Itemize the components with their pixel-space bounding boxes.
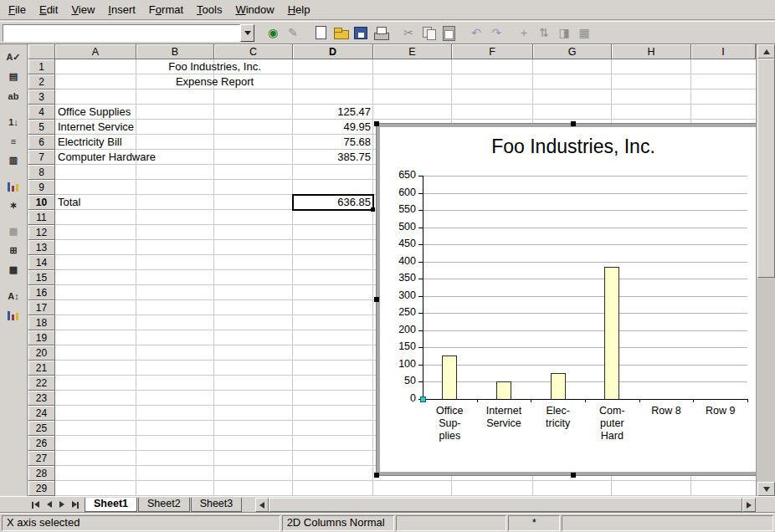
row-header-26[interactable]: 26 [28, 436, 55, 451]
row-header-17[interactable]: 17 [28, 300, 55, 315]
horizontal-scrollbar[interactable] [255, 498, 756, 512]
cell-b2[interactable]: Expense Report [136, 74, 293, 90]
insert-chart-icon[interactable] [3, 177, 23, 195]
row-header-22[interactable]: 22 [28, 376, 55, 391]
row-header-4[interactable]: 4 [28, 105, 55, 120]
scroll-left-button[interactable] [255, 498, 269, 512]
menu-help[interactable]: Help [281, 2, 317, 18]
row-header-6[interactable]: 6 [28, 135, 55, 150]
row-header-20[interactable]: 20 [28, 345, 55, 361]
insert-table-icon[interactable]: ⊞ [3, 242, 23, 259]
borders-icon[interactable]: ▦ [3, 261, 23, 279]
row-header-23[interactable]: 23 [28, 391, 55, 406]
styles-icon[interactable]: ▤ [3, 68, 23, 85]
name-box-dropdown-button[interactable] [240, 24, 254, 42]
scroll-up-button[interactable] [757, 44, 775, 59]
row-header-24[interactable]: 24 [28, 406, 55, 421]
column-header-a[interactable]: A [55, 44, 136, 59]
row-header-1[interactable]: 1 [28, 59, 55, 74]
fill-handle[interactable] [371, 207, 375, 212]
row-header-15[interactable]: 15 [28, 270, 55, 285]
row-header-28[interactable]: 28 [28, 466, 55, 481]
menu-window[interactable]: Window [228, 2, 280, 18]
column-header-e[interactable]: E [373, 44, 452, 59]
bar-1[interactable] [442, 356, 457, 399]
menu-file[interactable]: File [2, 2, 33, 18]
spellcheck-icon[interactable]: A✓ [3, 49, 23, 66]
tab-sheet2[interactable]: Sheet2 [138, 498, 190, 512]
x-axis-selection-handle[interactable] [420, 396, 426, 402]
row-header-2[interactable]: 2 [28, 74, 55, 90]
cell-a6[interactable]: Electricity Bill [55, 135, 136, 150]
horizontal-scroll-thumb[interactable] [269, 498, 742, 512]
column-header-f[interactable]: F [452, 44, 533, 59]
open-icon[interactable] [331, 23, 350, 42]
cell-b1[interactable]: Foo Industries, Inc. [136, 59, 293, 74]
bar-3[interactable] [551, 373, 566, 399]
vertical-scroll-thumb[interactable] [757, 59, 775, 278]
chart-handle[interactable] [374, 297, 379, 302]
menu-edit[interactable]: Edit [33, 2, 64, 18]
row-header-10[interactable]: 10 [28, 195, 55, 210]
cells-viewport[interactable]: Foo Industries, Inc.Expense ReportOffice… [55, 59, 756, 496]
cell-a5[interactable]: Internet Service [55, 120, 136, 135]
menu-tools[interactable]: Tools [190, 2, 228, 18]
row-header-12[interactable]: 12 [28, 225, 55, 240]
hyphenation-icon[interactable]: ab [3, 87, 23, 105]
chart-handle[interactable] [571, 121, 576, 126]
new-document-icon[interactable] [311, 23, 330, 42]
tab-sheet3[interactable]: Sheet3 [191, 498, 243, 512]
align-lines-icon[interactable]: ≡ [3, 132, 23, 150]
tab-sheet1[interactable]: Sheet1 [85, 498, 137, 512]
cell-a10[interactable]: Total [55, 195, 136, 210]
chart-handle[interactable] [571, 473, 576, 478]
y-axis[interactable] [423, 176, 423, 399]
row-header-18[interactable]: 18 [28, 315, 55, 330]
cell-d7[interactable]: 385.75 [293, 150, 373, 165]
chart-handle[interactable] [374, 121, 379, 126]
last-sheet-button[interactable] [68, 499, 80, 511]
row-header-19[interactable]: 19 [28, 330, 55, 345]
column-header-b[interactable]: B [136, 44, 214, 59]
menu-view[interactable]: View [64, 2, 101, 18]
menu-format[interactable]: Format [142, 2, 190, 18]
row-header-8[interactable]: 8 [28, 165, 55, 180]
cell-d4[interactable]: 125.47 [293, 105, 373, 120]
sort-ascending-icon[interactable]: 1↓ [3, 113, 23, 130]
chart-handle[interactable] [374, 473, 379, 478]
column-header-g[interactable]: G [533, 44, 612, 59]
next-sheet-button[interactable] [55, 499, 68, 511]
select-all-corner[interactable] [28, 44, 55, 59]
bar-2[interactable] [496, 381, 511, 399]
cell-d5[interactable]: 49.95 [293, 120, 373, 135]
row-header-25[interactable]: 25 [28, 421, 55, 436]
row-header-9[interactable]: 9 [28, 180, 55, 195]
font-size-icon[interactable]: A↕ [3, 287, 23, 304]
previous-sheet-button[interactable] [43, 499, 55, 511]
columns-icon[interactable]: ▥ [3, 151, 23, 169]
cell-d6[interactable]: 75.68 [293, 135, 373, 150]
row-header-5[interactable]: 5 [28, 120, 55, 135]
draw-functions-icon[interactable]: ∗ [3, 197, 23, 214]
column-header-i[interactable]: I [691, 44, 756, 59]
cell-a7[interactable]: Computer Hardware [55, 150, 136, 165]
row-header-3[interactable]: 3 [28, 90, 55, 105]
cell-d10[interactable]: 636.85 [293, 195, 373, 210]
scroll-down-button[interactable] [757, 482, 775, 496]
column-header-h[interactable]: H [612, 44, 691, 59]
row-header-29[interactable]: 29 [28, 481, 55, 496]
row-header-11[interactable]: 11 [28, 210, 55, 225]
row-header-14[interactable]: 14 [28, 255, 55, 270]
name-box-input[interactable] [3, 24, 240, 42]
row-header-7[interactable]: 7 [28, 150, 55, 165]
save-icon[interactable] [352, 23, 370, 42]
row-header-21[interactable]: 21 [28, 361, 55, 376]
print-icon[interactable] [372, 23, 390, 42]
chart-object[interactable]: Foo Industries, Inc.05010015020025030035… [377, 124, 756, 475]
first-sheet-button[interactable] [30, 499, 43, 511]
cell-a4[interactable]: Office Supplies [55, 105, 136, 120]
vertical-scrollbar[interactable] [756, 44, 775, 496]
column-header-d[interactable]: D [293, 44, 373, 59]
apply-icon[interactable]: ◉ [264, 23, 282, 42]
row-header-13[interactable]: 13 [28, 240, 55, 255]
